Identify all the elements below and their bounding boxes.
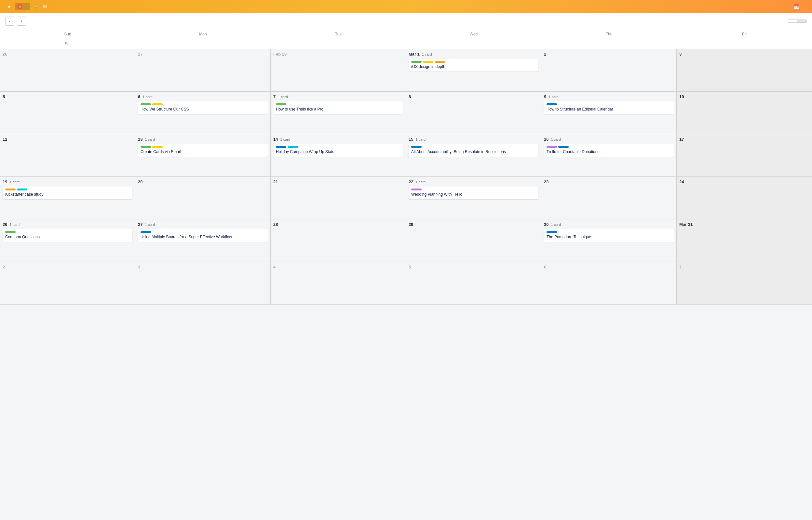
day-header-thu: Thu xyxy=(541,29,676,39)
card-count: 1 card xyxy=(415,137,425,141)
card-count: 1 card xyxy=(8,180,20,184)
day-number: 28 xyxy=(273,222,278,227)
day-cell[interactable]: 21 xyxy=(271,177,406,219)
team-visibility: 🔒 xyxy=(33,4,40,9)
day-number: 13 xyxy=(138,137,143,142)
day-cell[interactable]: 4 xyxy=(271,262,406,304)
day-header-sat: Sat xyxy=(0,39,135,49)
calendar-card[interactable]: Holiday Campaign Wrap Up Stats xyxy=(273,144,403,157)
calendar-card[interactable]: Using Multiple Boards for a Super Effect… xyxy=(138,229,268,242)
card-labels xyxy=(141,146,265,148)
day-cell[interactable]: 7 xyxy=(676,262,812,304)
day-cell[interactable]: 5 xyxy=(0,92,135,134)
label-pill-yellow xyxy=(152,103,163,105)
day-header-fri: Fri xyxy=(676,29,812,39)
prev-button[interactable]: ‹ xyxy=(5,17,14,26)
calendar-card[interactable]: How We Structure Our CSS xyxy=(138,101,268,114)
day-cell[interactable]: Mar 1 1 cardiOS design in depth xyxy=(406,49,541,91)
day-number: 27 xyxy=(138,52,143,56)
day-cell[interactable]: 13 1 cardCreate Cards via Email xyxy=(135,134,271,177)
sub-toolbar: ‹ › xyxy=(0,13,812,29)
calendar-card[interactable]: How to Structure an Editorial Calendar xyxy=(544,101,674,114)
day-number: 3 xyxy=(679,52,682,56)
day-cell[interactable]: 14 1 cardHoliday Campaign Wrap Up Stats xyxy=(271,134,406,177)
month-view-button[interactable] xyxy=(797,20,807,23)
day-cell[interactable]: 22 1 cardWedding Planning With Trello xyxy=(406,177,541,219)
day-cell[interactable]: 27 xyxy=(135,49,271,91)
card-labels xyxy=(276,103,400,105)
calendar-card[interactable]: All About Accountability: Being Resolute… xyxy=(409,144,538,157)
card-labels xyxy=(141,231,265,233)
week-view-button[interactable] xyxy=(788,20,797,23)
day-cell[interactable]: 9 1 cardHow to Structure an Editorial Ca… xyxy=(541,92,676,134)
day-cell[interactable]: 24 xyxy=(676,177,812,219)
day-cell[interactable]: 8 xyxy=(406,92,541,134)
day-number: 26 xyxy=(3,222,7,227)
day-cell[interactable]: 6 1 cardHow We Structure Our CSS xyxy=(135,92,271,134)
day-cell[interactable]: 27 1 cardUsing Multiple Boards for a Sup… xyxy=(135,219,271,262)
calendar-link[interactable]: 📅 xyxy=(794,4,800,9)
email-icon[interactable]: ✉ xyxy=(43,4,47,9)
label-pill-yellow xyxy=(423,61,433,63)
org-badge[interactable]: ✕ xyxy=(15,3,30,10)
card-labels xyxy=(411,61,536,63)
calendar-card[interactable]: iOS design in depth xyxy=(409,59,538,72)
day-cell[interactable]: Feb 28 xyxy=(271,49,406,91)
day-cell[interactable]: 2 xyxy=(0,262,135,304)
calendar-icon: 📅 xyxy=(794,4,799,9)
day-number: 24 xyxy=(679,179,684,184)
view-toggle xyxy=(788,20,807,23)
day-cell[interactable]: 3 xyxy=(135,262,271,304)
calendar-card[interactable]: Trello for Charitable Donations xyxy=(544,144,674,157)
calendar-card[interactable]: Wedding Planning With Trello xyxy=(409,186,538,199)
calendar-card[interactable]: The Pomodoro Technique xyxy=(544,229,674,242)
week-row: 26 1 cardCommon Questions27 1 cardUsing … xyxy=(0,219,812,262)
day-number: 5 xyxy=(409,264,411,269)
label-pill-blue xyxy=(546,103,557,105)
day-number: 4 xyxy=(273,264,275,269)
day-number: 3 xyxy=(138,264,140,269)
day-cell[interactable]: 15 1 cardAll About Accountability: Being… xyxy=(406,134,541,177)
star-icon[interactable]: ★ xyxy=(7,4,11,9)
label-pill-yellow xyxy=(152,146,163,148)
day-cell[interactable]: Mar 31 xyxy=(676,219,812,262)
day-number: 17 xyxy=(679,137,684,142)
day-number: 5 xyxy=(3,94,5,99)
day-number: 15 xyxy=(409,137,413,142)
card-count: 1 card xyxy=(415,180,425,184)
card-labels xyxy=(546,103,671,105)
day-number: 27 xyxy=(138,222,143,227)
day-cell[interactable]: 29 xyxy=(406,219,541,262)
day-cell[interactable]: 26 1 cardCommon Questions xyxy=(0,219,135,262)
day-cell[interactable]: 28 xyxy=(271,219,406,262)
day-cell[interactable]: 20 xyxy=(135,177,271,219)
card-title: Wedding Planning With Trello xyxy=(411,192,536,197)
day-number: 29 xyxy=(409,222,413,227)
calendar-card[interactable]: Create Cards via Email xyxy=(138,144,268,157)
label-pill-green xyxy=(141,103,151,105)
card-labels xyxy=(5,231,130,233)
day-cell[interactable]: 10 xyxy=(676,92,812,134)
day-cell[interactable]: 7 1 cardHow to use Trello like a Pro xyxy=(271,92,406,134)
day-cell[interactable]: 3 xyxy=(676,49,812,91)
day-cell[interactable]: 19 1 cardKickstarter case study xyxy=(0,177,135,219)
day-cell[interactable]: 12 xyxy=(0,134,135,177)
day-number: 16 xyxy=(544,137,548,142)
next-button[interactable]: › xyxy=(17,17,26,26)
day-cell[interactable]: 30 1 cardThe Pomodoro Technique xyxy=(541,219,676,262)
day-cell[interactable]: 2 xyxy=(541,49,676,91)
card-count: 1 card xyxy=(421,52,432,56)
card-title: Using Multiple Boards for a Super Effect… xyxy=(141,234,265,240)
day-number: Mar 31 xyxy=(679,222,693,227)
day-cell[interactable]: 26 xyxy=(0,49,135,91)
label-pill-green xyxy=(141,146,151,148)
week-row: 1213 1 cardCreate Cards via Email14 1 ca… xyxy=(0,134,812,177)
calendar-card[interactable]: How to use Trello like a Pro xyxy=(273,101,403,114)
day-cell[interactable]: 16 1 cardTrello for Charitable Donations xyxy=(541,134,676,177)
day-cell[interactable]: 6 xyxy=(541,262,676,304)
calendar-card[interactable]: Common Questions xyxy=(3,229,132,242)
calendar-card[interactable]: Kickstarter case study xyxy=(3,186,132,199)
day-cell[interactable]: 23 xyxy=(541,177,676,219)
day-cell[interactable]: 17 xyxy=(676,134,812,177)
day-cell[interactable]: 5 xyxy=(406,262,541,304)
